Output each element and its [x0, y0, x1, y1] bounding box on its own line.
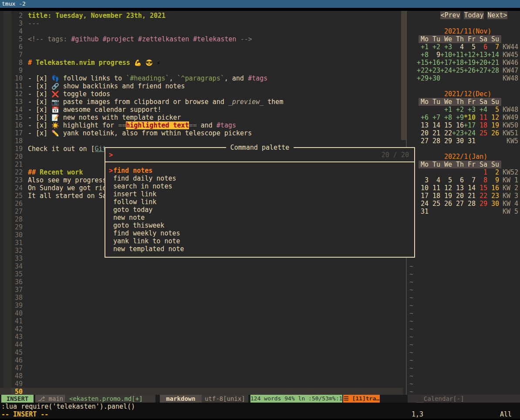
calendar-day[interactable]: 3 — [417, 176, 429, 184]
calendar-day[interactable]: +7 — [429, 114, 440, 121]
calendar-day[interactable]: 30 — [452, 137, 464, 145]
calendar-day[interactable]: 8 — [476, 176, 487, 184]
calendar-day[interactable]: 15 — [440, 121, 452, 129]
calendar-day[interactable]: 17 — [417, 192, 429, 200]
editor-line[interactable]: 3--- — [0, 20, 403, 27]
calendar-day[interactable]: +2 — [452, 106, 464, 114]
calendar-day[interactable]: +15 — [417, 59, 429, 67]
calendar-day[interactable]: 18 — [429, 192, 440, 200]
calendar-day[interactable]: 5 — [440, 176, 452, 184]
calendar-day[interactable]: 10 — [417, 184, 429, 192]
calendar-day[interactable]: 24 — [417, 200, 429, 208]
calendar-day[interactable]: 27 — [417, 137, 429, 145]
calendar-day[interactable]: +17 — [440, 59, 452, 67]
tab-segment[interactable]: ☰ [11]tra… — [343, 395, 380, 403]
calendar-day[interactable]: 25 — [429, 200, 440, 208]
editor-line[interactable]: 4 — [0, 27, 403, 35]
calendar-day[interactable]: +6 — [417, 114, 429, 121]
calendar-day[interactable]: 13 — [417, 121, 429, 129]
calendar-day[interactable]: 6 — [476, 43, 487, 51]
calendar-day[interactable]: +30 — [429, 74, 440, 82]
editor-line[interactable]: 17- [x] ✏️ yank notelink, also from wthi… — [0, 129, 403, 137]
calendar-day[interactable]: +8 — [440, 114, 452, 121]
calendar-day[interactable]: +22 — [417, 67, 429, 74]
calendar-today-button[interactable]: Today — [464, 11, 484, 19]
editor-line[interactable]: 37 — [0, 286, 403, 294]
editor-line[interactable]: 49 — [0, 380, 403, 388]
calendar-day[interactable]: +16 — [429, 59, 440, 67]
palette-item[interactable]: >find notes — [105, 167, 414, 175]
calendar-day[interactable]: +8 — [417, 51, 429, 59]
editor-line[interactable]: 47 — [0, 364, 403, 372]
editor-line[interactable]: 44 — [0, 341, 403, 349]
editor-line[interactable]: 38 — [0, 294, 403, 302]
calendar-day[interactable]: +23 — [452, 129, 464, 137]
editor-line[interactable]: 16- [x] ☀️ highlight for ==highlighted t… — [0, 121, 403, 129]
palette-prompt[interactable]: > 20 / 20 — [105, 148, 414, 162]
calendar-day[interactable]: 14 — [429, 121, 440, 129]
calendar-day[interactable]: 27 — [452, 200, 464, 208]
calendar-day[interactable]: 5 — [464, 43, 476, 51]
calendar-day[interactable]: 9 — [429, 51, 440, 59]
calendar-day[interactable]: 15 — [476, 184, 487, 192]
calendar-day[interactable]: 6 — [452, 176, 464, 184]
editor-line[interactable]: 36 — [0, 278, 403, 286]
calendar-day[interactable]: +23 — [429, 67, 440, 74]
palette-item[interactable]: find weekly notes — [105, 229, 414, 237]
calendar-day[interactable]: 26 — [440, 200, 452, 208]
editor-line[interactable]: 35 — [0, 270, 403, 278]
palette-item[interactable]: insert link — [105, 190, 414, 198]
calendar-day[interactable]: +24 — [464, 129, 476, 137]
editor-line[interactable]: 6 — [0, 43, 403, 51]
calendar-day[interactable]: +10 — [440, 51, 452, 59]
calendar-day[interactable]: 28 — [464, 200, 476, 208]
palette-item[interactable]: find daily notes — [105, 175, 414, 182]
calendar-day[interactable]: 29 — [440, 137, 452, 145]
calendar-day[interactable]: +11 — [452, 51, 464, 59]
calendar-day[interactable]: 19 — [440, 192, 452, 200]
editor-line[interactable]: 34 — [0, 262, 403, 270]
palette-item[interactable]: new note — [105, 214, 414, 222]
calendar-day[interactable]: *10 — [464, 114, 476, 121]
calendar-day[interactable]: +19 — [464, 59, 476, 67]
editor-line[interactable]: 45 — [0, 349, 403, 356]
calendar-day[interactable]: +9 — [452, 114, 464, 121]
editor-line[interactable]: 7 — [0, 51, 403, 59]
editor-line[interactable]: 13- [x] 📷 paste images from clipboard or… — [0, 98, 403, 106]
editor-line[interactable]: 10- [x] 👣 follow links to `#headings`, `… — [0, 74, 403, 82]
calendar-day[interactable]: +12 — [464, 51, 476, 59]
calendar-day[interactable]: +27 — [476, 67, 487, 74]
calendar-day[interactable]: 1 — [476, 168, 487, 176]
calendar-day[interactable]: 11 — [476, 114, 487, 121]
calendar-day[interactable]: 31 — [417, 208, 429, 215]
calendar-day[interactable]: +3 — [440, 43, 452, 51]
palette-item[interactable]: search in notes — [105, 182, 414, 190]
calendar-day[interactable]: 29 — [476, 200, 487, 208]
calendar-day[interactable]: 4 — [452, 43, 464, 51]
calendar-day[interactable]: 16 — [452, 121, 464, 129]
calendar-day[interactable]: +18 — [452, 59, 464, 67]
calendar-next-button[interactable]: Next> — [487, 11, 507, 19]
editor-line[interactable]: 11- [x] 🔗 show backlinks and friend note… — [0, 82, 403, 90]
calendar-day[interactable]: +26 — [464, 67, 476, 74]
editor-line[interactable]: 15- [x] 📝 new notes with template picker — [0, 114, 403, 121]
editor-line[interactable]: 5<!-- tags: #github #project #zettelkast… — [0, 35, 403, 43]
editor-line[interactable]: 14- [x] 📅 awesome calendar support! — [0, 106, 403, 114]
calendar-day[interactable]: 21 — [429, 129, 440, 137]
calendar-day[interactable]: 4 — [429, 176, 440, 184]
calendar-day[interactable]: 28 — [429, 137, 440, 145]
command-line[interactable]: :lua require('telekasten').panel() — [0, 403, 520, 410]
calendar-day[interactable]: 21 — [464, 192, 476, 200]
calendar-day[interactable]: +13 — [476, 51, 487, 59]
calendar-day[interactable]: 13 — [452, 184, 464, 192]
editor-line[interactable]: 46 — [0, 356, 403, 364]
calendar-day[interactable]: +3 — [464, 106, 476, 114]
calendar-day[interactable]: 22 — [440, 129, 452, 137]
calendar-day[interactable]: +1 — [440, 106, 452, 114]
editor-line[interactable]: 12- [x] ❌ toggle todos — [0, 90, 403, 98]
editor-line[interactable]: 42 — [0, 325, 403, 333]
calendar-day[interactable]: +4 — [476, 106, 487, 114]
editor-line[interactable]: 8# Telekasten.nvim progress 💪 😎 ⚡ — [0, 59, 403, 67]
calendar-day[interactable]: 31 — [464, 137, 476, 145]
calendar-day[interactable]: +29 — [417, 74, 429, 82]
